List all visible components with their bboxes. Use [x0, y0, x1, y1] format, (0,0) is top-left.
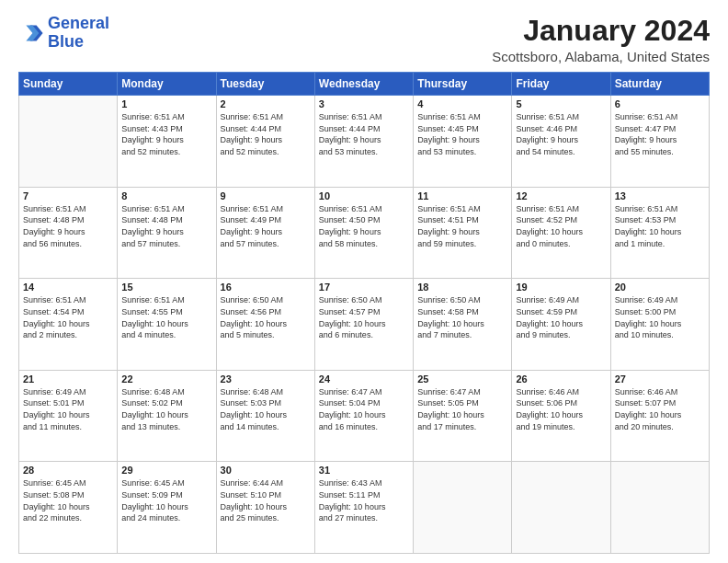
logo-text: General Blue: [48, 15, 109, 52]
calendar-cell: [610, 462, 709, 554]
header: General Blue January 2024 Scottsboro, Al…: [18, 15, 710, 64]
day-info: Sunrise: 6:51 AMSunset: 4:50 PMDaylight:…: [319, 203, 409, 249]
calendar-table: Sunday Monday Tuesday Wednesday Thursday…: [18, 72, 710, 554]
week-row-2: 7Sunrise: 6:51 AMSunset: 4:48 PMDaylight…: [19, 187, 710, 279]
day-info: Sunrise: 6:49 AMSunset: 4:59 PMDaylight:…: [516, 294, 606, 340]
week-row-1: 1Sunrise: 6:51 AMSunset: 4:43 PMDaylight…: [19, 96, 710, 188]
day-info: Sunrise: 6:47 AMSunset: 5:05 PMDaylight:…: [417, 386, 507, 432]
day-number: 20: [615, 282, 705, 293]
day-number: 3: [319, 98, 409, 109]
day-info: Sunrise: 6:48 AMSunset: 5:03 PMDaylight:…: [221, 386, 311, 432]
day-info: Sunrise: 6:51 AMSunset: 4:44 PMDaylight:…: [319, 111, 409, 157]
day-info: Sunrise: 6:51 AMSunset: 4:47 PMDaylight:…: [615, 111, 705, 157]
day-info: Sunrise: 6:51 AMSunset: 4:43 PMDaylight:…: [121, 111, 211, 157]
day-number: 9: [221, 190, 311, 201]
day-number: 2: [221, 98, 311, 109]
day-info: Sunrise: 6:47 AMSunset: 5:04 PMDaylight:…: [319, 386, 409, 432]
day-number: 14: [23, 282, 113, 293]
calendar-cell: 31Sunrise: 6:43 AMSunset: 5:11 PMDayligh…: [314, 462, 413, 554]
calendar-cell: 14Sunrise: 6:51 AMSunset: 4:54 PMDayligh…: [19, 279, 118, 371]
day-number: 28: [23, 465, 113, 476]
calendar-cell: 29Sunrise: 6:45 AMSunset: 5:09 PMDayligh…: [118, 462, 216, 554]
logo-icon: [18, 20, 44, 46]
day-number: 8: [121, 190, 211, 201]
day-info: Sunrise: 6:50 AMSunset: 4:56 PMDaylight:…: [221, 294, 311, 340]
calendar-cell: 28Sunrise: 6:45 AMSunset: 5:08 PMDayligh…: [19, 462, 118, 554]
day-info: Sunrise: 6:51 AMSunset: 4:45 PMDaylight:…: [417, 111, 507, 157]
day-info: Sunrise: 6:50 AMSunset: 4:57 PMDaylight:…: [319, 294, 409, 340]
calendar-cell: 25Sunrise: 6:47 AMSunset: 5:05 PMDayligh…: [414, 370, 512, 462]
day-info: Sunrise: 6:44 AMSunset: 5:10 PMDaylight:…: [221, 477, 311, 523]
day-info: Sunrise: 6:48 AMSunset: 5:02 PMDaylight:…: [121, 386, 211, 432]
day-number: 18: [417, 282, 507, 293]
day-info: Sunrise: 6:43 AMSunset: 5:11 PMDaylight:…: [319, 477, 409, 523]
logo-general: General: [48, 14, 109, 32]
day-number: 25: [417, 373, 507, 385]
day-info: Sunrise: 6:45 AMSunset: 5:09 PMDaylight:…: [121, 477, 211, 523]
day-info: Sunrise: 6:45 AMSunset: 5:08 PMDaylight:…: [23, 477, 113, 523]
calendar-cell: 22Sunrise: 6:48 AMSunset: 5:02 PMDayligh…: [118, 370, 216, 462]
day-info: Sunrise: 6:51 AMSunset: 4:53 PMDaylight:…: [615, 203, 705, 249]
calendar-cell: 3Sunrise: 6:51 AMSunset: 4:44 PMDaylight…: [314, 96, 413, 188]
calendar-cell: 26Sunrise: 6:46 AMSunset: 5:06 PMDayligh…: [512, 370, 610, 462]
calendar-subtitle: Scottsboro, Alabama, United States: [492, 49, 710, 64]
day-info: Sunrise: 6:51 AMSunset: 4:48 PMDaylight:…: [23, 203, 113, 249]
calendar-cell: 24Sunrise: 6:47 AMSunset: 5:04 PMDayligh…: [314, 370, 413, 462]
day-number: 23: [221, 373, 311, 385]
day-number: 22: [121, 373, 211, 385]
day-info: Sunrise: 6:51 AMSunset: 4:52 PMDaylight:…: [516, 203, 606, 249]
day-number: 1: [121, 98, 211, 109]
day-info: Sunrise: 6:49 AMSunset: 5:01 PMDaylight:…: [23, 386, 113, 432]
day-info: Sunrise: 6:51 AMSunset: 4:49 PMDaylight:…: [221, 203, 311, 249]
col-wednesday: Wednesday: [314, 73, 413, 96]
calendar-cell: 18Sunrise: 6:50 AMSunset: 4:58 PMDayligh…: [414, 279, 512, 371]
day-number: 12: [516, 190, 606, 201]
day-number: 21: [23, 373, 113, 385]
day-info: Sunrise: 6:51 AMSunset: 4:48 PMDaylight:…: [121, 203, 211, 249]
day-info: Sunrise: 6:46 AMSunset: 5:07 PMDaylight:…: [615, 386, 705, 432]
calendar-cell: 6Sunrise: 6:51 AMSunset: 4:47 PMDaylight…: [610, 96, 709, 188]
day-number: 19: [516, 282, 606, 293]
day-number: 26: [516, 373, 606, 385]
calendar-cell: 21Sunrise: 6:49 AMSunset: 5:01 PMDayligh…: [19, 370, 118, 462]
calendar-cell: 30Sunrise: 6:44 AMSunset: 5:10 PMDayligh…: [216, 462, 314, 554]
day-info: Sunrise: 6:51 AMSunset: 4:44 PMDaylight:…: [221, 111, 311, 157]
day-info: Sunrise: 6:49 AMSunset: 5:00 PMDaylight:…: [615, 294, 705, 340]
calendar-cell: 11Sunrise: 6:51 AMSunset: 4:51 PMDayligh…: [414, 187, 512, 279]
day-info: Sunrise: 6:51 AMSunset: 4:51 PMDaylight:…: [417, 203, 507, 249]
col-thursday: Thursday: [414, 73, 512, 96]
col-friday: Friday: [512, 73, 610, 96]
day-info: Sunrise: 6:50 AMSunset: 4:58 PMDaylight:…: [417, 294, 507, 340]
day-number: 15: [121, 282, 211, 293]
day-number: 5: [516, 98, 606, 109]
day-info: Sunrise: 6:51 AMSunset: 4:46 PMDaylight:…: [516, 111, 606, 157]
calendar-cell: 13Sunrise: 6:51 AMSunset: 4:53 PMDayligh…: [610, 187, 709, 279]
calendar-cell: 10Sunrise: 6:51 AMSunset: 4:50 PMDayligh…: [314, 187, 413, 279]
calendar-cell: 20Sunrise: 6:49 AMSunset: 5:00 PMDayligh…: [610, 279, 709, 371]
day-number: 6: [615, 98, 705, 109]
day-number: 11: [417, 190, 507, 201]
day-number: 7: [23, 190, 113, 201]
calendar-cell: 16Sunrise: 6:50 AMSunset: 4:56 PMDayligh…: [216, 279, 314, 371]
day-number: 30: [221, 465, 311, 476]
col-saturday: Saturday: [610, 73, 709, 96]
calendar-cell: [512, 462, 610, 554]
col-sunday: Sunday: [19, 73, 118, 96]
day-number: 17: [319, 282, 409, 293]
calendar-cell: 8Sunrise: 6:51 AMSunset: 4:48 PMDaylight…: [118, 187, 216, 279]
title-block: January 2024 Scottsboro, Alabama, United…: [492, 15, 710, 64]
day-number: 24: [319, 373, 409, 385]
day-number: 4: [417, 98, 507, 109]
header-row: Sunday Monday Tuesday Wednesday Thursday…: [19, 73, 710, 96]
calendar-cell: 23Sunrise: 6:48 AMSunset: 5:03 PMDayligh…: [216, 370, 314, 462]
logo-blue: Blue: [48, 32, 84, 51]
calendar-cell: 12Sunrise: 6:51 AMSunset: 4:52 PMDayligh…: [512, 187, 610, 279]
calendar-title: January 2024: [492, 15, 710, 47]
calendar-cell: 2Sunrise: 6:51 AMSunset: 4:44 PMDaylight…: [216, 96, 314, 188]
calendar-cell: 9Sunrise: 6:51 AMSunset: 4:49 PMDaylight…: [216, 187, 314, 279]
day-number: 13: [615, 190, 705, 201]
col-tuesday: Tuesday: [216, 73, 314, 96]
calendar-cell: 4Sunrise: 6:51 AMSunset: 4:45 PMDaylight…: [414, 96, 512, 188]
day-info: Sunrise: 6:51 AMSunset: 4:55 PMDaylight:…: [121, 294, 211, 340]
calendar-cell: 5Sunrise: 6:51 AMSunset: 4:46 PMDaylight…: [512, 96, 610, 188]
